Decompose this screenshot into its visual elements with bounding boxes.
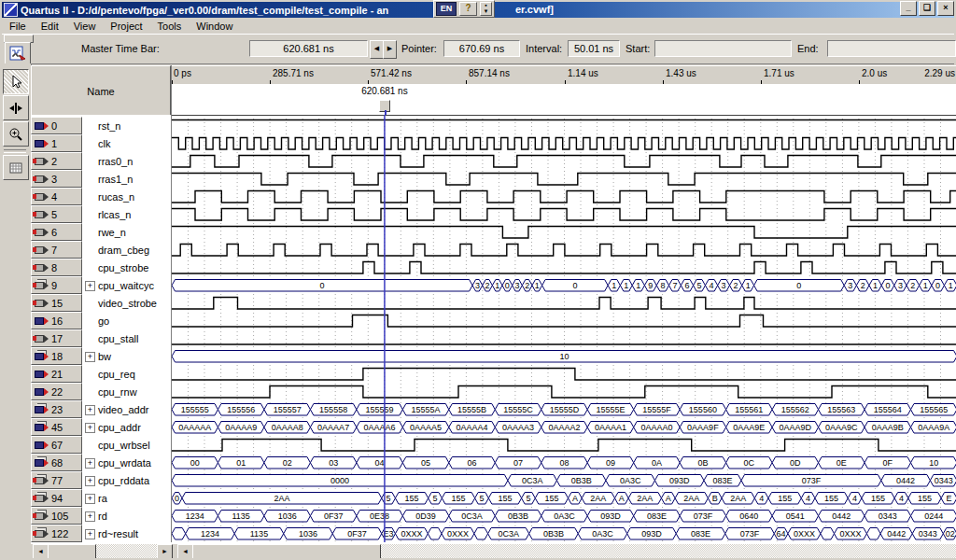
signal-name-cell[interactable]: cpu_strobe — [82, 259, 171, 276]
signal-id-button-16[interactable]: 16 — [31, 312, 82, 329]
marker-strip[interactable]: 620.681 ns — [172, 84, 956, 115]
signal-name-cell[interactable]: +rd~result — [82, 525, 171, 542]
signal-id-button-0[interactable]: 0 — [31, 117, 82, 134]
bus-value: 00 — [190, 458, 200, 468]
menu-file[interactable]: File — [2, 20, 34, 33]
expand-icon[interactable]: + — [85, 511, 95, 522]
signal-id-button-18[interactable]: 18 — [31, 347, 82, 365]
signal-id-button-77[interactable]: 77 — [31, 471, 82, 489]
close-button[interactable]: × — [937, 1, 954, 16]
signal-id-button-94[interactable]: 94 — [31, 489, 82, 507]
signal-name-label: cpu_addr — [98, 422, 141, 433]
signal-name-cell[interactable]: rst_n — [82, 117, 171, 134]
signal-name-cell[interactable]: cpu_req — [82, 365, 171, 383]
signal-name-cell[interactable]: +cpu_rddata — [82, 471, 171, 489]
expand-icon[interactable]: + — [85, 458, 95, 469]
signal-id-button-2[interactable]: 2 — [31, 152, 82, 170]
signal-name-label: video_strobe — [98, 298, 157, 309]
signal-id-button-22[interactable]: 22 — [31, 383, 82, 400]
signal-name-cell[interactable]: +rd — [82, 507, 171, 525]
signal-id-button-15[interactable]: 15 — [31, 294, 82, 312]
start-field[interactable] — [654, 40, 792, 57]
signal-name-cell[interactable]: dram_cbeg — [82, 241, 171, 259]
signal-name-label: rlcas_n — [98, 209, 131, 220]
signal-name-cell[interactable]: video_strobe — [82, 294, 171, 312]
expand-icon[interactable]: + — [85, 423, 95, 433]
master-time-bar-field[interactable]: 620.681 ns — [249, 40, 368, 57]
menu-project[interactable]: Project — [103, 20, 149, 33]
expand-icon[interactable]: + — [85, 352, 95, 362]
restore-button[interactable]: ❏ — [919, 1, 935, 16]
expand-icon[interactable]: + — [85, 494, 95, 504]
edge-snap-tool-button[interactable] — [3, 95, 29, 120]
signal-name-cell[interactable]: +cpu_wrdata — [82, 454, 171, 471]
master-time-left-arrow[interactable]: ◀ — [370, 40, 384, 59]
select-tool-button[interactable] — [3, 69, 29, 94]
bus-value: 1234 — [201, 529, 219, 539]
signal-name-cell[interactable]: +ra — [82, 489, 171, 507]
menu-tools[interactable]: Tools — [150, 20, 190, 33]
signal-name-cell[interactable]: go — [82, 312, 171, 329]
name-panel-hscrollbar[interactable]: ◄► — [33, 544, 171, 558]
signal-id-button-8[interactable]: 8 — [31, 259, 82, 276]
language-help-button[interactable]: ? — [459, 2, 477, 16]
menu-edit[interactable]: Edit — [34, 20, 66, 33]
signal-name-cell[interactable]: +cpu_addr — [82, 418, 171, 436]
signal-id-button-23[interactable]: 23 — [31, 400, 82, 418]
signal-id-button-5[interactable]: 5 — [31, 205, 82, 223]
signal-name-cell[interactable]: +bw — [82, 347, 171, 365]
bus-value: 1 — [636, 281, 640, 290]
signal-name-cell[interactable]: rras1_n — [82, 170, 171, 188]
signal-name-cell[interactable]: rwe_n — [82, 223, 171, 241]
signal-id-button-1[interactable]: 1 — [31, 134, 82, 152]
signal-id-button-4[interactable]: 4 — [31, 188, 82, 205]
signal-id-button-68[interactable]: 68 — [31, 454, 82, 471]
waveform-editor-button[interactable] — [5, 42, 31, 64]
zoom-tool-button[interactable] — [3, 121, 29, 147]
signal-name-cell[interactable]: rlcas_n — [82, 205, 171, 223]
waveform-pane[interactable]: 0 ps285.71 ns571.42 ns857.14 ns1.14 us1.… — [171, 65, 956, 544]
master-time-right-arrow[interactable]: ▶ — [383, 40, 397, 59]
signal-id-button-7[interactable]: 7 — [31, 241, 82, 259]
expand-icon[interactable]: + — [85, 529, 95, 539]
signal-id-button-3[interactable]: 3 — [31, 170, 82, 188]
language-en-badge[interactable]: EN — [436, 2, 457, 16]
bus-value: 0244 — [924, 511, 943, 521]
signal-name-cell[interactable]: rucas_n — [82, 188, 171, 205]
bus-value: 2 — [485, 281, 490, 290]
minimize-button[interactable]: _ — [900, 1, 917, 16]
waveform-hscrollbar[interactable]: ◄ — [177, 544, 956, 558]
signal-id-button-45[interactable]: 45 — [31, 418, 82, 436]
end-field[interactable] — [827, 40, 956, 57]
signal-name-cell[interactable]: rras0_n — [82, 152, 171, 170]
signal-name-cell[interactable]: +video_addr — [82, 400, 171, 418]
signal-id-button-21[interactable]: 21 — [31, 365, 82, 383]
signal-id-button-122[interactable]: 122 — [31, 525, 82, 542]
signal-id-button-17[interactable]: 17 — [31, 329, 82, 347]
signal-id-button-9[interactable]: 9 — [31, 276, 82, 294]
signal-name-cell[interactable]: cpu_rnw — [82, 383, 171, 400]
signal-name-label: ra — [98, 493, 107, 504]
signal-id-button-105[interactable]: 105 — [31, 507, 82, 525]
signal-id-button-67[interactable]: 67 — [31, 436, 82, 454]
menu-view[interactable]: View — [66, 20, 104, 33]
signal-name-cell[interactable]: cpu_wrbsel — [82, 436, 171, 454]
signal-id: 8 — [51, 262, 57, 273]
signal-name-panel[interactable]: 0rst_n1clk2rras0_n3rras1_n4rucas_n5rlcas… — [31, 115, 171, 544]
language-options-button[interactable]: ▪▾ — [480, 2, 492, 16]
grid-view-button[interactable] — [3, 155, 29, 180]
menu-window[interactable]: Window — [189, 20, 240, 33]
expand-icon[interactable]: + — [85, 476, 95, 486]
expand-icon[interactable]: + — [85, 405, 95, 415]
bus-value: 0AAAA1 — [595, 423, 626, 432]
signal-name-label: rwe_n — [98, 227, 126, 238]
input-pin-icon — [34, 457, 49, 468]
signal-name-cell[interactable]: +cpu_waitcyc — [82, 276, 171, 294]
expand-icon[interactable]: + — [85, 281, 95, 291]
waveform-canvas[interactable]: 0321032101119876543210321032101101555551… — [172, 115, 956, 544]
signal-name-cell[interactable]: cpu_stall — [82, 329, 171, 347]
signal-name-cell[interactable]: clk — [82, 134, 171, 152]
time-ruler[interactable]: 0 ps285.71 ns571.42 ns857.14 ns1.14 us1.… — [172, 65, 956, 85]
name-header-label: Name — [87, 86, 114, 97]
signal-id-button-6[interactable]: 6 — [31, 223, 82, 241]
